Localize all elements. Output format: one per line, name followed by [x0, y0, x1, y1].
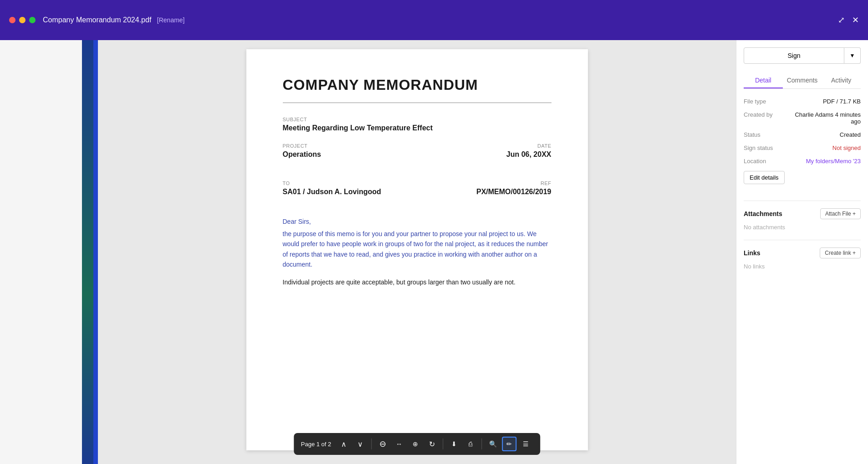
more-menu-button[interactable]: ☰ [518, 437, 533, 451]
fullscreen-window-button[interactable] [29, 17, 36, 23]
sign-button-container: Sign ▼ [744, 47, 861, 64]
project-date-row: PROJECT Operations DATE Jun 06, 20XX [283, 143, 551, 170]
links-divider [744, 240, 861, 240]
location-row: Location My folders/Memo '23 [744, 158, 861, 165]
close-icon[interactable]: ✕ [852, 15, 859, 25]
location-label: Location [744, 158, 766, 165]
minimize-window-button[interactable] [19, 17, 26, 23]
print-icon: ⎙ [469, 440, 472, 448]
subject-value: Meeting Regarding Low Temperature Effect [283, 124, 551, 132]
to-label: TO [283, 180, 381, 186]
dropdown-arrow-icon: ▼ [850, 52, 855, 59]
zoom-out-button[interactable]: ⊖ [375, 437, 390, 451]
rotate-icon: ↻ [429, 440, 435, 449]
sign-status-row: Sign status Not signed [744, 144, 861, 151]
print-button[interactable]: ⎙ [463, 437, 478, 451]
left-sidebar [0, 40, 98, 464]
fit-width-icon: ↔ [396, 440, 402, 448]
zoom-custom-button[interactable]: ⊕ [408, 437, 423, 451]
file-type-label: File type [744, 98, 766, 105]
main-layout: COMPANY MEMORANDUM SUBJECT Meeting Regar… [0, 40, 868, 464]
toolbar-separator-3 [481, 438, 482, 449]
fit-width-button[interactable]: ↔ [392, 437, 406, 451]
ref-label: REF [476, 180, 551, 186]
toolbar-separator-1 [371, 438, 372, 449]
edit-details-button[interactable]: Edit details [744, 171, 785, 184]
right-panel: Sign ▼ Detail Comments Activity File typ… [736, 40, 868, 464]
sign-dropdown-button[interactable]: ▼ [844, 47, 861, 64]
to-col: TO SA01 / Judson A. Lovingood [283, 180, 381, 207]
file-type-row: File type PDF / 71.7 KB [744, 98, 861, 105]
hamburger-icon: ☰ [523, 440, 529, 448]
ref-value: PX/MEMO/00126/2019 [476, 188, 551, 196]
date-col: DATE Jun 06, 20XX [506, 143, 551, 170]
panel-tabs: Detail Comments Activity [744, 73, 861, 89]
no-attachments-text: No attachments [744, 224, 861, 231]
tab-comments[interactable]: Comments [783, 73, 822, 88]
pdf-divider [283, 103, 551, 103]
zoom-custom-icon: ⊕ [413, 440, 418, 448]
create-link-button[interactable]: Create link + [820, 247, 861, 258]
pencil-icon: ✏ [506, 440, 512, 448]
sign-status-label: Sign status [744, 144, 773, 151]
to-ref-row: TO SA01 / Judson A. Lovingood REF PX/MEM… [283, 180, 551, 207]
date-label: DATE [506, 143, 551, 149]
rotate-button[interactable]: ↻ [424, 437, 439, 451]
download-button[interactable]: ⬇ [447, 437, 461, 451]
page-up-button[interactable]: ∧ [337, 437, 351, 451]
created-by-row: Created by Charlie Adams 4 minutes ago [744, 111, 861, 125]
expand-icon[interactable]: ⤢ [838, 15, 845, 25]
pdf-viewer: COMPANY MEMORANDUM SUBJECT Meeting Regar… [98, 40, 736, 464]
rename-button[interactable]: [Rename] [157, 16, 185, 24]
document-title: Company Memorandum 2024.pdf [Rename] [43, 16, 185, 24]
status-label: Status [744, 131, 761, 138]
greeting-text: Dear Sirs, [283, 218, 551, 225]
pdf-toolbar: Page 1 of 2 ∧ ∨ ⊖ ↔ ⊕ ↻ ⬇ [294, 433, 541, 455]
toolbar-separator-2 [443, 438, 443, 449]
ref-col: REF PX/MEMO/00126/2019 [476, 180, 551, 207]
attachments-section-header: Attachments Attach File + [744, 208, 861, 219]
subject-label: SUBJECT [283, 117, 551, 122]
titlebar-actions: ⤢ ✕ [838, 15, 859, 25]
attachments-title: Attachments [744, 210, 782, 217]
file-type-value: PDF / 71.7 KB [823, 98, 861, 105]
page-down-button[interactable]: ∨ [353, 437, 368, 451]
links-section-header: Links Create link + [744, 247, 861, 258]
page-info: Page 1 of 2 [301, 441, 332, 448]
attachments-divider [744, 201, 861, 201]
titlebar: Company Memorandum 2024.pdf [Rename] ⤢ ✕ [0, 0, 868, 40]
no-links-text: No links [744, 263, 861, 270]
sidebar-blue-strip [93, 40, 98, 464]
location-value[interactable]: My folders/Memo '23 [806, 158, 861, 165]
pdf-page: COMPANY MEMORANDUM SUBJECT Meeting Regar… [246, 49, 588, 450]
attach-file-button[interactable]: Attach File + [820, 208, 861, 219]
tab-detail[interactable]: Detail [744, 73, 783, 88]
search-button[interactable]: 🔍 [485, 437, 500, 451]
document-title-text: Company Memorandum 2024.pdf [43, 16, 151, 24]
created-by-label: Created by [744, 111, 773, 125]
body-paragraph2: Individual projects are quite acceptable… [283, 277, 551, 287]
created-by-value: Charlie Adams 4 minutes ago [788, 111, 861, 125]
body-paragraph1: the purpose of this memo is for you and … [283, 229, 551, 270]
chevron-up-icon: ∧ [341, 440, 347, 449]
to-value: SA01 / Judson A. Lovingood [283, 188, 381, 196]
project-col: PROJECT Operations [283, 143, 321, 170]
detail-content: File type PDF / 71.7 KB Created by Charl… [744, 98, 861, 270]
chevron-down-icon: ∨ [357, 440, 363, 449]
search-icon: 🔍 [489, 440, 497, 448]
project-label: PROJECT [283, 143, 321, 149]
annotate-button[interactable]: ✏ [502, 437, 516, 451]
sign-button[interactable]: Sign [744, 47, 844, 64]
project-value: Operations [283, 150, 321, 159]
zoom-out-icon: ⊖ [379, 439, 386, 449]
date-value: Jun 06, 20XX [506, 150, 551, 159]
window-controls [9, 17, 36, 23]
sign-status-value: Not signed [832, 144, 861, 151]
tab-activity[interactable]: Activity [822, 73, 861, 88]
status-row: Status Created [744, 131, 861, 138]
document-heading: COMPANY MEMORANDUM [283, 77, 551, 93]
close-window-button[interactable] [9, 17, 15, 23]
links-title: Links [744, 249, 761, 257]
download-icon: ⬇ [451, 440, 457, 448]
status-value: Created [840, 131, 861, 138]
